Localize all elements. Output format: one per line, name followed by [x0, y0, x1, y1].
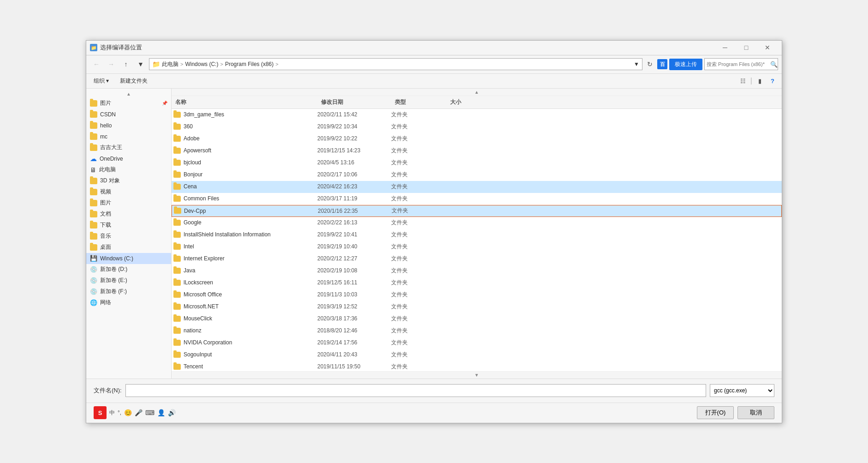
help-button[interactable]: ?	[767, 75, 778, 86]
filetype-select[interactable]: gcc (gcc.exe)	[710, 384, 774, 397]
folder-icon	[90, 222, 97, 228]
sidebar-item-hello[interactable]: hello	[86, 120, 171, 131]
folder-icon	[90, 111, 97, 118]
window-controls: ─ □ ✕	[714, 40, 778, 55]
sidebar-item-desktop[interactable]: 桌面	[86, 242, 171, 253]
up-button[interactable]: ↑	[119, 58, 132, 71]
table-row[interactable]: Tencent 2019/11/15 19:50 文件夹	[172, 361, 782, 371]
file-date: 2020/2/22 16:13	[317, 219, 391, 226]
tray-icon-5: 👤	[157, 409, 165, 416]
folder-icon	[173, 196, 181, 202]
forward-button[interactable]: →	[105, 58, 118, 71]
breadcrumb-pc[interactable]: 此电脑	[162, 60, 178, 68]
open-button[interactable]: 打开(O)	[697, 406, 734, 419]
file-date: 2020/2/12 12:27	[317, 255, 391, 262]
file-list-scroll-down[interactable]: ▼	[172, 371, 782, 379]
column-name[interactable]: 名称	[173, 98, 321, 106]
refresh-button[interactable]: ↻	[644, 59, 655, 70]
folder-icon	[173, 160, 181, 166]
table-row[interactable]: bjcloud 2020/4/5 13:16 文件夹	[172, 157, 782, 169]
table-row[interactable]: Intel 2019/2/19 10:40 文件夹	[172, 241, 782, 253]
sidebar-label: 视频	[100, 188, 111, 196]
column-date[interactable]: 修改日期	[321, 98, 395, 106]
folder-icon	[90, 133, 97, 140]
sidebar-item-csdn[interactable]: CSDN	[86, 109, 171, 120]
table-row[interactable]: InstallShield Installation Information 2…	[172, 229, 782, 241]
table-row[interactable]: SogouInput 2020/4/11 20:43 文件夹	[172, 349, 782, 361]
view-layout-button[interactable]: ☷	[737, 75, 749, 86]
file-type: 文件夹	[391, 123, 446, 131]
sidebar-label: 新加卷 (F:)	[100, 288, 127, 295]
recent-locations-button[interactable]: ▼	[134, 58, 147, 71]
table-row[interactable]: Google 2020/2/22 16:13 文件夹	[172, 217, 782, 229]
table-row[interactable]: Adobe 2019/9/22 10:22 文件夹	[172, 133, 782, 145]
table-row[interactable]: MouseClick 2020/3/18 17:36 文件夹	[172, 313, 782, 325]
sidebar-item-drive-e[interactable]: 💿 新加卷 (E:)	[86, 275, 171, 286]
preview-pane-button[interactable]: ▮	[754, 75, 765, 86]
maximize-button[interactable]: □	[736, 40, 757, 55]
breadcrumb-c[interactable]: Windows (C:)	[185, 61, 218, 67]
table-row[interactable]: Apowersoft 2019/12/15 14:23 文件夹	[172, 145, 782, 157]
file-name: bjcloud	[184, 159, 317, 166]
column-size[interactable]: 大小	[450, 98, 496, 106]
file-date: 2019/3/19 12:52	[317, 303, 391, 310]
sidebar-item-mc[interactable]: mc	[86, 131, 171, 142]
table-row[interactable]: Microsoft.NET 2019/3/19 12:52 文件夹	[172, 301, 782, 313]
tray-icon-2: 😊	[124, 409, 132, 416]
sidebar-item-drive-d[interactable]: 💿 新加卷 (D:)	[86, 264, 171, 275]
file-name: Apowersoft	[184, 147, 317, 154]
minimize-button[interactable]: ─	[714, 40, 736, 55]
sidebar-item-3d[interactable]: 3D 对象	[86, 175, 171, 186]
upload-button[interactable]: 极速上传	[669, 59, 702, 70]
sidebar-item-onedrive[interactable]: ☁ OneDrive	[86, 153, 171, 164]
sidebar-label: CSDN	[100, 111, 116, 118]
file-type: 文件夹	[391, 363, 446, 371]
file-type: 文件夹	[391, 279, 446, 287]
sidebar-item-documents[interactable]: 文档	[86, 209, 171, 220]
cancel-button[interactable]: 取消	[737, 406, 774, 419]
filename-input[interactable]	[125, 384, 706, 397]
sidebar-item-this-pc[interactable]: 🖥 此电脑	[86, 164, 171, 175]
file-type: 文件夹	[391, 171, 446, 179]
search-icon: 🔍	[770, 61, 778, 68]
new-folder-button[interactable]: 新建文件夹	[116, 75, 151, 87]
sidebar-item-pictures[interactable]: 图片 📌	[86, 98, 171, 109]
file-date: 2019/12/5 16:11	[317, 279, 391, 286]
table-row[interactable]: Microsoft Office 2019/11/3 10:03 文件夹	[172, 289, 782, 301]
table-row[interactable]: nationz 2018/8/20 12:46 文件夹	[172, 325, 782, 337]
sidebar-item-network[interactable]: 🌐 网络	[86, 297, 171, 308]
close-button[interactable]: ✕	[757, 40, 778, 55]
sidebar-item-jijidawang[interactable]: 吉吉大王	[86, 142, 171, 153]
sidebar-item-pictures2[interactable]: 图片	[86, 198, 171, 209]
breadcrumb-programfiles[interactable]: Program Files (x86)	[225, 61, 273, 67]
table-row[interactable]: Common Files 2020/3/17 11:19 文件夹	[172, 193, 782, 205]
address-bar: 📁 此电脑 > Windows (C:) > Program Files (x8…	[149, 58, 642, 70]
organize-menu[interactable]: 组织 ▾	[90, 75, 113, 87]
table-row[interactable]: Cena 2020/4/22 16:23 文件夹	[172, 181, 782, 193]
main-content: ▲ 图片 📌 CSDN hello mc 吉吉大王	[86, 89, 782, 379]
cloud-upload-icon: 百	[657, 59, 667, 69]
sidebar-item-windows-c[interactable]: 💾 Windows (C:)	[86, 253, 171, 264]
file-list-scroll-up[interactable]: ▲	[172, 89, 782, 96]
table-row[interactable]: 3dm_game_files 2020/2/11 15:42 文件夹	[172, 109, 782, 121]
sidebar-item-downloads[interactable]: 下载	[86, 220, 171, 231]
back-button[interactable]: ←	[90, 58, 103, 71]
table-row[interactable]: 360 2019/9/22 10:34 文件夹	[172, 121, 782, 133]
sidebar-item-drive-f[interactable]: 💿 新加卷 (F:)	[86, 286, 171, 297]
table-row[interactable]: Java 2020/2/19 10:08 文件夹	[172, 265, 782, 277]
column-type[interactable]: 类型	[395, 98, 450, 106]
file-date: 2018/8/20 12:46	[317, 327, 391, 334]
table-row[interactable]: Internet Explorer 2020/2/12 12:27 文件夹	[172, 253, 782, 265]
table-row[interactable]: lLockscreen 2019/12/5 16:11 文件夹	[172, 277, 782, 289]
folder-icon	[173, 112, 181, 118]
table-row[interactable]: Bonjour 2020/2/17 10:06 文件夹	[172, 169, 782, 181]
folder-icon	[173, 268, 181, 274]
file-date: 2019/9/22 10:22	[317, 135, 391, 142]
table-row[interactable]: Dev-Cpp 2020/1/16 22:35 文件夹	[172, 205, 782, 217]
sidebar-scroll-up[interactable]: ▲	[86, 90, 171, 98]
search-input[interactable]	[707, 61, 770, 67]
sidebar-item-music[interactable]: 音乐	[86, 231, 171, 242]
table-row[interactable]: NVIDIA Corporation 2019/2/14 17:56 文件夹	[172, 337, 782, 349]
sidebar-item-video[interactable]: 视频	[86, 186, 171, 198]
sidebar-label: 下载	[100, 221, 111, 229]
